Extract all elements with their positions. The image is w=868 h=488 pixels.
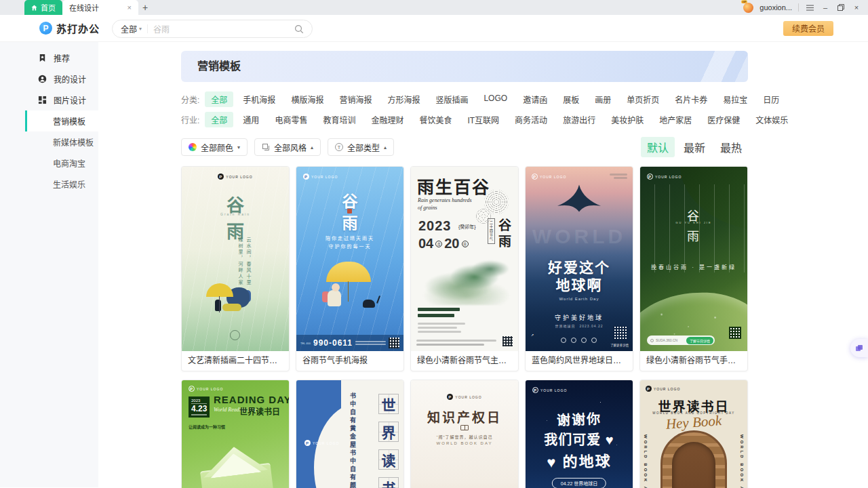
close-window-icon[interactable]: × bbox=[852, 3, 861, 12]
search-bar[interactable]: 全部 ▾ 谷雨 bbox=[112, 20, 313, 38]
category-chip[interactable]: 竖版插画 bbox=[429, 92, 474, 107]
type-filter-dropdown[interactable]: T 全部类型 ▴ bbox=[328, 138, 394, 156]
poster-thumbnail: PYOUR LOGO 2023 4.23 READING DAY World R… bbox=[182, 380, 289, 488]
industry-chip[interactable]: 通用 bbox=[237, 112, 265, 127]
close-icon[interactable]: × bbox=[127, 3, 132, 12]
app-logo[interactable]: P 苏打办公 bbox=[39, 21, 100, 35]
poster-thumbnail: PYOUR LOGO 谷 雨 陪你走过晴天雨天守护你的每一天 TEL 400 9… bbox=[296, 167, 403, 351]
industry-chip[interactable]: 旅游出行 bbox=[557, 112, 601, 127]
industry-chip[interactable]: 地产家居 bbox=[653, 112, 698, 127]
whale-tail bbox=[552, 183, 606, 217]
floating-widget[interactable] bbox=[850, 339, 868, 357]
template-title: 蓝色简约风世界地球日手机海报 bbox=[526, 351, 633, 371]
restore-icon[interactable] bbox=[836, 3, 846, 12]
minimize-icon[interactable]: – bbox=[821, 3, 830, 12]
username[interactable]: guoxion... bbox=[760, 3, 792, 12]
category-chip[interactable]: 全部 bbox=[205, 92, 233, 107]
industry-chip[interactable]: 商务活动 bbox=[509, 112, 553, 127]
poster-logo: PYOUR LOGO bbox=[411, 394, 518, 400]
tab-bar: 首页 在线设计 × + VIP guoxion... – × bbox=[0, 0, 868, 15]
template-card[interactable]: PYOUR LOGO 谷 GU YU SHI JIE 雨 挽春山谷雨 · 是一盏… bbox=[639, 166, 748, 371]
industry-filter-row: 行业: 全部通用电商零售教育培训金融理财餐饮美食IT互联网商务活动旅游出行美妆护… bbox=[181, 112, 748, 127]
poster-logo: PYOUR LOGO bbox=[646, 386, 680, 392]
template-card[interactable]: PYOUR LOGO 世界读书日 WORLD BOOK AND COPYRIGH… bbox=[639, 380, 748, 488]
industry-chip[interactable]: IT互联网 bbox=[461, 112, 505, 127]
book-icon bbox=[460, 425, 469, 430]
sort-group: 默认最新最热 bbox=[638, 137, 748, 157]
main-content: 营销模板 分类: 全部手机海报横版海报营销海报方形海报竖版插画LOGO邀请函展板… bbox=[98, 42, 868, 487]
type-icon: T bbox=[335, 143, 343, 151]
category-chip[interactable]: 画册 bbox=[589, 92, 617, 107]
poster-logo: PYOUR LOGO bbox=[189, 386, 223, 392]
sidebar-subitem[interactable]: 新媒体模板 bbox=[0, 131, 98, 152]
banner: 营销模板 bbox=[181, 51, 748, 82]
avatar[interactable]: VIP bbox=[743, 3, 753, 13]
menu-icon[interactable] bbox=[805, 3, 814, 12]
category-chip[interactable]: 单页折页 bbox=[620, 92, 665, 107]
renew-membership-button[interactable]: 续费会员 bbox=[783, 21, 833, 36]
tab-online-design[interactable]: 在线设计 × bbox=[62, 0, 138, 15]
industry-chip[interactable]: 医疗保健 bbox=[701, 112, 746, 127]
industry-chip[interactable]: 文体娱乐 bbox=[749, 112, 794, 127]
template-card[interactable]: PYOUR LOGO 知识产权日 “阅”了解世界，越认识自己 WORLD BOO… bbox=[410, 380, 519, 488]
search-input[interactable]: 谷雨 bbox=[153, 23, 289, 35]
sidebar: 推荐 我的设计 图片设计 营销模板新媒体模板电商淘宝生活娱乐 bbox=[0, 42, 98, 487]
sidebar-item-recommend[interactable]: 推荐 bbox=[0, 47, 98, 68]
category-chip[interactable]: 营销海报 bbox=[333, 92, 378, 107]
category-chip[interactable]: 横版海报 bbox=[285, 92, 330, 107]
sidebar-item-my-designs[interactable]: 我的设计 bbox=[0, 68, 98, 89]
sidebar-subitem[interactable]: 营销模板 bbox=[25, 110, 98, 131]
template-grid: PYOUR LOGO 谷 Grain Rain 雨 云水间，春风十里绿树里，河畔… bbox=[181, 166, 748, 488]
tab-home[interactable]: 首页 bbox=[24, 0, 62, 15]
category-chip[interactable]: 名片卡券 bbox=[669, 92, 713, 107]
logo-text: 苏打办公 bbox=[56, 21, 100, 35]
search-icon[interactable] bbox=[294, 24, 304, 34]
search-scope-dropdown[interactable]: 全部 ▾ bbox=[121, 23, 142, 35]
poster-logo: PYOUR LOGO bbox=[303, 174, 338, 180]
poster-thumbnail: PYOUR LOGO 知识产权日 “阅”了解世界，越认识自己 WORLD BOO… bbox=[411, 380, 518, 488]
template-card[interactable]: PYOUR LOGO 书中自有黄金屋书中自有颜如玉 世 界 读 书 bbox=[296, 380, 404, 488]
template-card[interactable]: PYOUR LOGO 谷 雨 陪你走过晴天雨天守护你的每一天 TEL 400 9… bbox=[296, 166, 404, 371]
category-chip[interactable]: 易拉宝 bbox=[717, 92, 753, 107]
template-card[interactable]: 雨生百谷 Rain generates hundredsof grains 20… bbox=[410, 166, 519, 371]
new-tab-button[interactable]: + bbox=[138, 0, 152, 15]
chevron-down-icon: ▾ bbox=[237, 144, 240, 150]
poster-thumbnail: PYOUR LOGO 谷 Grain Rain 雨 云水间，春风十里绿树里，河畔… bbox=[182, 167, 289, 351]
industry-chip[interactable]: 教育培训 bbox=[317, 112, 361, 127]
poster-logo: PYOUR LOGO bbox=[532, 387, 567, 393]
category-chip[interactable]: 邀请函 bbox=[517, 92, 553, 107]
category-chip[interactable]: LOGO bbox=[477, 92, 513, 107]
color-filter-dropdown[interactable]: 全部颜色 ▾ bbox=[181, 138, 248, 156]
industry-chip[interactable]: 金融理财 bbox=[365, 112, 410, 127]
sort-option[interactable]: 最新 bbox=[677, 137, 711, 157]
style-filter-dropdown[interactable]: 全部风格 ▴ bbox=[254, 138, 321, 156]
dropdown-label: 全部类型 bbox=[347, 142, 380, 153]
sort-option[interactable]: 默认 bbox=[641, 137, 675, 157]
sidebar-subitem[interactable]: 生活娱乐 bbox=[0, 174, 98, 195]
logo-icon: P bbox=[39, 22, 52, 35]
template-card[interactable]: PYOUR LOGO 谷 Grain Rain 雨 云水间，春风十里绿树里，河畔… bbox=[181, 166, 290, 371]
industry-chip[interactable]: 电商零售 bbox=[269, 112, 313, 127]
app-header: P 苏打办公 全部 ▾ 谷雨 续费会员 bbox=[0, 15, 868, 42]
home-icon bbox=[31, 5, 37, 11]
industry-chip[interactable]: 美妆护肤 bbox=[605, 112, 650, 127]
category-chip[interactable]: 展板 bbox=[557, 92, 585, 107]
category-chip[interactable]: 方形海报 bbox=[381, 92, 426, 107]
industry-chip[interactable]: 全部 bbox=[205, 112, 233, 127]
industry-chip[interactable]: 餐饮美食 bbox=[413, 112, 458, 127]
template-card[interactable]: PYOUR LOGO 谢谢你 我们可爱 ♥ ♥ 的地球 04.22 世界地球日 … bbox=[525, 380, 633, 488]
poster-thumbnail: PYOUR LOGO 谷 GU YU SHI JIE 雨 挽春山谷雨 · 是一盏… bbox=[640, 167, 747, 351]
template-title: 文艺清新插画二十四节气谷雨手机... bbox=[182, 351, 289, 371]
poster-thumbnail: PYOUR LOGO 书中自有黄金屋书中自有颜如玉 世 界 读 书 bbox=[296, 380, 403, 488]
category-chip[interactable]: 手机海报 bbox=[237, 92, 281, 107]
poster-logo: PYOUR LOGO bbox=[647, 174, 682, 180]
divider bbox=[798, 3, 799, 12]
sidebar-subitem[interactable]: 电商淘宝 bbox=[0, 152, 98, 174]
template-card[interactable]: PYOUR LOGO 2023 4.23 READING DAY World R… bbox=[181, 380, 290, 488]
template-card[interactable]: PYOUR LOGO WORLD 好爱这个 地球啊 World Earth Da… bbox=[525, 166, 633, 371]
category-chip[interactable]: 日历 bbox=[757, 92, 785, 107]
sidebar-item-image-design[interactable]: 图片设计 bbox=[0, 89, 98, 110]
page-title: 营销模板 bbox=[181, 51, 748, 82]
sort-option[interactable]: 最热 bbox=[714, 137, 748, 157]
poster-thumbnail: PYOUR LOGO WORLD 好爱这个 地球啊 World Earth Da… bbox=[526, 167, 633, 351]
